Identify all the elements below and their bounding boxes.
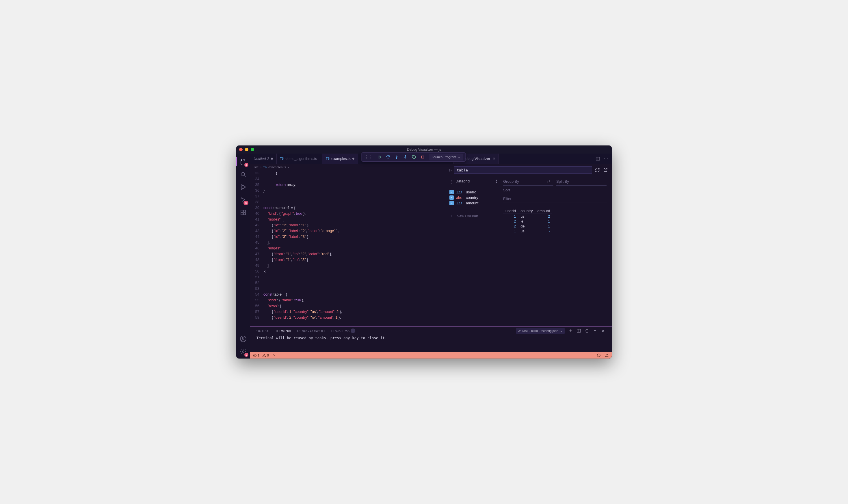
step-out-button[interactable] [402, 153, 409, 161]
column-toggle[interactable]: ✓ 123 amount [449, 201, 498, 205]
feedback-icon[interactable] [597, 353, 601, 357]
table-row[interactable]: 2ie1 [503, 219, 552, 224]
grip-icon[interactable]: ⋮⋮ [363, 155, 374, 160]
more-icon[interactable] [604, 157, 608, 161]
column-toggle[interactable]: ✓ abc country [449, 195, 498, 200]
table-row[interactable]: 1us2 [503, 214, 552, 219]
close-window[interactable] [239, 148, 243, 151]
refresh-icon[interactable] [595, 167, 600, 173]
step-into-button[interactable] [393, 153, 400, 161]
svg-rect-5 [241, 210, 243, 212]
svg-point-15 [606, 158, 606, 159]
table-row[interactable]: 1us- [503, 229, 552, 234]
table-row[interactable]: 2de1 [503, 224, 552, 229]
svg-rect-23 [421, 156, 424, 158]
visualizer-config: ⋮ Datagrid ▲▼ ✓ 123 userId✓ abc country✓… [449, 178, 498, 323]
split-by-field[interactable]: Split By [556, 178, 606, 186]
window-controls [239, 148, 254, 151]
collapse-icon[interactable]: ▷ [449, 168, 452, 172]
explorer-badge: 2 [244, 163, 248, 167]
group-by-field[interactable]: Group By⇄ [503, 178, 553, 186]
stop-button[interactable] [419, 153, 426, 161]
expression-input[interactable] [454, 166, 592, 174]
column-header[interactable]: country [518, 208, 535, 214]
panel-tab-terminal[interactable]: TERMINAL [275, 329, 292, 332]
bottom-panel: OUTPUT TERMINAL DEBUG CONSOLE PROBLEMS1 … [250, 326, 612, 352]
column-header[interactable]: amount [535, 208, 552, 214]
code-editor[interactable]: 33 }3435 return array;36}373839const exa… [250, 170, 447, 326]
column-header[interactable]: userId [503, 208, 518, 214]
svg-point-22 [405, 155, 406, 156]
main-area: Untitled-2TSdemo_algorithms.tsTSexamples… [250, 154, 612, 359]
status-run-icon[interactable] [272, 354, 275, 357]
continue-button[interactable] [375, 153, 383, 161]
app-body: 2 21 1 Untitl [236, 154, 612, 359]
account-icon[interactable] [236, 333, 250, 345]
debug-toolbar[interactable]: ⋮⋮ Launch Program⌄ [361, 152, 465, 162]
panel-tab-output[interactable]: OUTPUT [257, 329, 270, 332]
filter-field[interactable]: Filter [503, 195, 606, 203]
status-warnings[interactable]: 0 [262, 354, 269, 357]
new-column-button[interactable]: ＋ New Column [449, 213, 498, 218]
close-icon[interactable]: ✕ [492, 157, 496, 161]
menu-icon[interactable]: ⋮ [449, 180, 453, 184]
split-editor-icon[interactable] [596, 157, 600, 161]
window-title: Debug Visualizer — js [407, 147, 441, 151]
close-panel-icon[interactable] [601, 328, 605, 333]
search-icon[interactable] [236, 168, 250, 180]
column-type: 123 [456, 190, 463, 194]
restart-button[interactable] [410, 153, 418, 161]
ts-icon: TS [326, 157, 330, 160]
terminal-body[interactable]: Terminal will be reused by tasks, press … [250, 335, 612, 352]
column-type: abc [456, 196, 463, 200]
breadcrumb[interactable]: src › TS examples.ts › … [250, 164, 447, 170]
terminal-select[interactable]: 3: Task - build - tsconfig.json⌄ [516, 328, 565, 334]
svg-point-4 [241, 198, 242, 198]
source-control-icon[interactable] [236, 181, 250, 193]
step-over-button[interactable] [384, 153, 392, 161]
app-window: Debug Visualizer — js 2 21 [236, 145, 612, 359]
svg-rect-7 [244, 213, 246, 215]
split-terminal-icon[interactable] [577, 328, 581, 333]
checkbox-icon[interactable]: ✓ [449, 190, 454, 194]
bell-icon[interactable] [605, 353, 609, 357]
editor-tab[interactable]: TSexamples.ts [322, 154, 358, 164]
popout-icon[interactable] [602, 167, 608, 173]
visualizer-body: ⋮ Datagrid ▲▼ ✓ 123 userId✓ abc country✓… [447, 176, 612, 326]
panel-tab-problems[interactable]: PROBLEMS1 [331, 328, 356, 333]
panel-tab-debug-console[interactable]: DEBUG CONSOLE [297, 329, 326, 332]
svg-rect-6 [241, 213, 243, 215]
maximize-panel-icon[interactable] [593, 328, 597, 333]
content-split: src › TS examples.ts › … 33 }3435 return… [250, 164, 612, 326]
checkbox-icon[interactable]: ✓ [449, 201, 454, 205]
plus-icon: ＋ [449, 213, 453, 218]
maximize-window[interactable] [251, 148, 254, 151]
debug-icon[interactable]: 21 [236, 194, 250, 205]
extensions-icon[interactable] [236, 207, 250, 218]
settings-icon[interactable]: 1 [236, 346, 250, 357]
visualizer-pane: ▷ ⋮ Datagrid ▲▼ [447, 164, 612, 326]
kill-terminal-icon[interactable] [585, 328, 589, 333]
svg-point-14 [604, 158, 605, 159]
column-toggle[interactable]: ✓ 123 userId [449, 190, 498, 194]
svg-point-3 [244, 186, 245, 187]
editor-tab[interactable]: Untitled-2 [250, 154, 277, 164]
status-errors[interactable]: 1 [253, 354, 259, 357]
visualizer-controls: Group By⇄ Split By Sort Filter userIdcou… [503, 178, 606, 323]
checkbox-icon[interactable]: ✓ [449, 195, 454, 200]
status-bar: 1 0 [250, 352, 612, 359]
explorer-icon[interactable]: 2 [236, 156, 250, 167]
view-select[interactable]: Datagrid ▲▼ [456, 178, 498, 185]
swap-icon[interactable]: ⇄ [547, 179, 550, 184]
editor-pane: src › TS examples.ts › … 33 }3435 return… [250, 164, 447, 326]
svg-point-11 [242, 351, 244, 353]
new-terminal-icon[interactable] [568, 328, 573, 333]
ts-icon: TS [280, 157, 284, 160]
editor-tab[interactable]: TSdemo_algorithms.ts [277, 154, 323, 164]
minimize-window[interactable] [245, 148, 248, 151]
visualizer-header: ▷ [447, 164, 612, 176]
sort-field[interactable]: Sort [503, 187, 606, 194]
panel-tabs: OUTPUT TERMINAL DEBUG CONSOLE PROBLEMS1 … [250, 326, 612, 335]
sort-arrows-icon: ▲▼ [495, 179, 498, 183]
launch-config-select[interactable]: Launch Program⌄ [429, 154, 463, 161]
